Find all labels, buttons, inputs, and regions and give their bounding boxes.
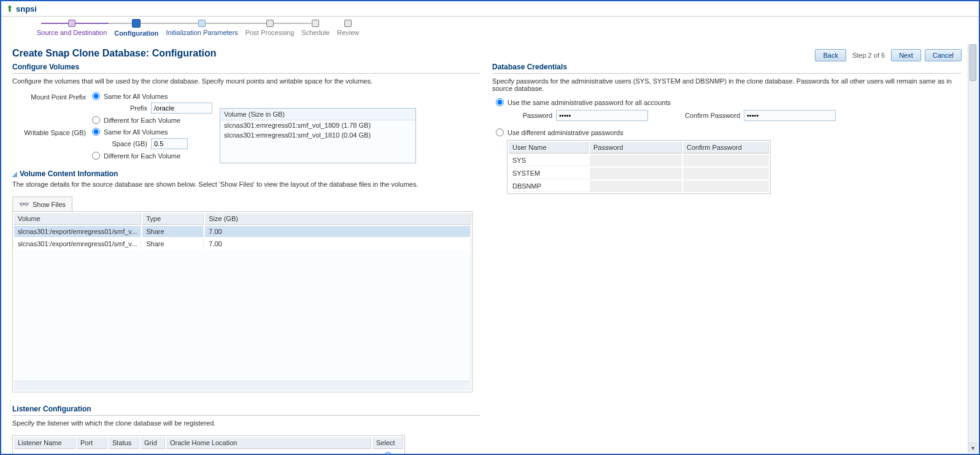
mount-diff-label: Different for Each Volume (104, 117, 180, 124)
cred-row: DBSNMP (509, 181, 769, 192)
wizard-train: Source and Destination Configuration Ini… (1, 17, 979, 43)
lcol-name: Listener Name (14, 437, 75, 449)
train-step-5-label: Schedule (301, 29, 330, 36)
mount-same-label: Same for All Volumes (104, 93, 168, 100)
prefix-sublabel: Prefix (103, 104, 147, 112)
col-volume[interactable]: Volume (14, 213, 141, 225)
writable-same-radio[interactable] (92, 128, 100, 136)
lcol-status: Status (109, 437, 139, 449)
lcol-select: Select (372, 437, 403, 449)
ccol-pw: Password (590, 142, 682, 154)
col-type[interactable]: Type (142, 213, 204, 225)
listener-row[interactable]: LIST67 1521 ⬆ n/a /scratch/app/emga/prod… (14, 450, 403, 455)
confirm-password-label: Confirm Password (666, 112, 740, 119)
space-input[interactable] (151, 138, 188, 149)
db-name[interactable]: snpsi (16, 4, 37, 14)
cell-volume: slcnas301:/export/emregress01/smf_v... (14, 226, 141, 237)
show-files-label: Show Files (33, 201, 66, 208)
space-sublabel: Space (GB) (103, 140, 147, 147)
train-step-6-box (344, 20, 352, 27)
status-up-icon: ⬆ (122, 453, 127, 455)
password-input[interactable] (556, 110, 648, 121)
mount-same-radio[interactable] (92, 92, 100, 100)
scrollbar-thumb[interactable] (970, 44, 976, 81)
cell-volume: slcnas301:/export/emregress01/smf_v... (14, 238, 141, 249)
mount-point-label: Mount Point Prefix (12, 92, 92, 101)
vertical-scrollbar[interactable]: ▾ (968, 44, 978, 453)
cred-pw-cell[interactable] (590, 155, 682, 166)
prefix-input[interactable] (151, 103, 212, 114)
train-step-1-box[interactable] (68, 20, 75, 27)
ccol-user: User Name (509, 142, 588, 154)
listener-select-radio[interactable] (384, 452, 392, 455)
cred-cpw-cell[interactable] (683, 181, 769, 192)
cell-type: Share (142, 226, 204, 237)
cred-pw-cell[interactable] (590, 168, 682, 179)
writable-diff-radio[interactable] (92, 152, 100, 160)
credentials-table: User Name Password Confirm Password SYS … (507, 140, 771, 194)
disclosure-triangle-icon[interactable]: ◢ (12, 171, 17, 177)
cell-type: Share (142, 238, 204, 249)
train-step-1-label[interactable]: Source and Destination (37, 29, 107, 36)
show-files-button[interactable]: 👓 Show Files (12, 196, 72, 211)
lcell-home: /scratch/app/emga/product/11.2.0/dbhome_… (166, 450, 371, 455)
credentials-desc: Specify passwords for the administrative… (492, 76, 962, 98)
back-button[interactable]: Back (815, 49, 846, 61)
cred-same-radio[interactable] (496, 98, 504, 106)
lcell-grid: n/a (141, 450, 165, 455)
cred-same-label: Use the same administrative password for… (507, 99, 671, 106)
listener-table: Listener Name Port Status Grid Oracle Ho… (12, 435, 405, 455)
volume-content-title: ◢ Volume Content Information (7, 163, 480, 179)
lcol-grid: Grid (141, 437, 165, 449)
page-actions: Back Step 2 of 6 Next Cancel (815, 49, 962, 61)
train-step-5-box (312, 20, 319, 27)
train-step-2-label[interactable]: Configuration (114, 29, 158, 37)
cred-row: SYSTEM (509, 168, 769, 179)
cred-user: DBSNMP (509, 181, 588, 192)
credentials-title: Database Credentials (492, 61, 962, 74)
mount-diff-radio[interactable] (92, 116, 100, 124)
cred-user: SYS (509, 155, 588, 166)
step-indicator: Step 2 of 6 (850, 52, 887, 59)
up-arrow-icon[interactable]: ⬆ (6, 4, 14, 14)
train-step-4-label: Post Processing (245, 29, 294, 36)
train-step-2-box[interactable] (132, 19, 141, 28)
cell-size: 7.00 (205, 238, 471, 249)
next-button[interactable]: Next (891, 49, 921, 61)
cred-row: SYS (509, 155, 769, 166)
lcol-port: Port (77, 437, 107, 449)
scrollbar-down-arrow-icon[interactable]: ▾ (968, 443, 978, 453)
cred-cpw-cell[interactable] (683, 155, 769, 166)
volume-content-table: Volume Type Size (GB) slcnas301:/export/… (12, 211, 473, 392)
configure-volumes-title: Configure Volumes (12, 61, 480, 74)
confirm-password-input[interactable] (744, 110, 836, 121)
col-size[interactable]: Size (GB) (205, 213, 471, 225)
volume-row-1: slcnas301:emregress01:smf_vol_1810 (0.04… (220, 130, 415, 140)
cred-diff-radio[interactable] (496, 128, 504, 136)
table-row[interactable]: slcnas301:/export/emregress01/smf_v... S… (14, 238, 471, 249)
cell-size: 7.00 (205, 226, 471, 237)
volume-content-title-text: Volume Content Information (20, 169, 118, 178)
volume-content-desc: The storage details for the source datab… (7, 179, 480, 194)
configure-volumes-desc: Configure the volumes that will be used … (7, 76, 480, 91)
grid-empty-space (14, 251, 471, 379)
table-row[interactable]: slcnas301:/export/emregress01/smf_v... S… (14, 226, 471, 237)
train-step-3-label[interactable]: Initialization Parameters (166, 29, 237, 36)
ccol-cpw: Confirm Password (683, 142, 769, 154)
lcell-port: 1521 (77, 450, 107, 455)
cred-cpw-cell[interactable] (683, 168, 769, 179)
train-step-4-box (266, 20, 274, 27)
volume-list-header: Volume (Size in GB) (220, 109, 415, 120)
cred-user: SYSTEM (509, 168, 588, 179)
cred-pw-cell[interactable] (590, 181, 682, 192)
page-header: ⬆ snpsi (1, 1, 979, 17)
cancel-button[interactable]: Cancel (925, 49, 962, 61)
volume-list: Volume (Size in GB) slcnas301:emregress0… (220, 108, 416, 163)
grid-footer (14, 381, 471, 391)
writable-diff-label: Different for Each Volume (104, 152, 180, 160)
password-label: Password (509, 112, 552, 119)
train-step-3-box[interactable] (198, 20, 206, 27)
cred-diff-label: Use different administrative passwords (507, 129, 623, 136)
writable-same-label: Same for All Volumes (104, 128, 168, 136)
writable-label: Writable Space (GB) (12, 128, 92, 136)
